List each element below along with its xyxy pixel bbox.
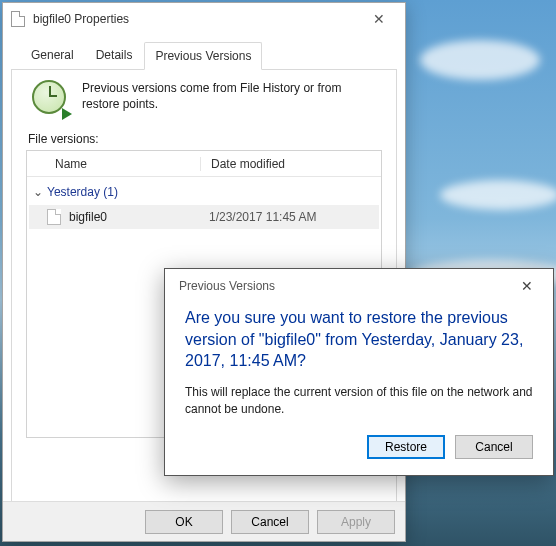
dialog-cancel-button[interactable]: Cancel bbox=[455, 435, 533, 459]
titlebar[interactable]: bigfile0 Properties ✕ bbox=[3, 3, 405, 35]
file-name: bigfile0 bbox=[69, 210, 209, 224]
apply-button: Apply bbox=[317, 510, 395, 534]
file-date: 1/23/2017 11:45 AM bbox=[209, 210, 316, 224]
file-versions-label: File versions: bbox=[28, 132, 382, 146]
confirm-restore-dialog: Previous Versions ✕ Are you sure you wan… bbox=[164, 268, 554, 476]
cloud-deco bbox=[420, 40, 540, 80]
history-icon bbox=[32, 80, 70, 118]
file-icon bbox=[47, 209, 61, 225]
dialog-sub-text: This will replace the current version of… bbox=[185, 384, 533, 418]
dialog-main-text: Are you sure you want to restore the pre… bbox=[185, 307, 533, 372]
group-label: Yesterday (1) bbox=[47, 185, 118, 199]
button-bar: OK Cancel Apply bbox=[3, 501, 405, 541]
tab-general[interactable]: General bbox=[21, 42, 84, 70]
window-title: bigfile0 Properties bbox=[33, 12, 357, 26]
tab-details[interactable]: Details bbox=[86, 42, 143, 70]
ok-button[interactable]: OK bbox=[145, 510, 223, 534]
dialog-title: Previous Versions bbox=[179, 279, 275, 293]
tab-previous-versions[interactable]: Previous Versions bbox=[144, 42, 262, 70]
close-icon[interactable]: ✕ bbox=[357, 5, 401, 33]
column-date-modified[interactable]: Date modified bbox=[201, 157, 381, 171]
column-name[interactable]: Name bbox=[45, 157, 201, 171]
cancel-button[interactable]: Cancel bbox=[231, 510, 309, 534]
cloud-deco bbox=[440, 180, 556, 210]
intro-text: Previous versions come from File History… bbox=[82, 80, 382, 112]
file-icon bbox=[11, 11, 25, 27]
list-item[interactable]: bigfile0 1/23/2017 11:45 AM bbox=[29, 205, 379, 229]
dialog-titlebar[interactable]: Previous Versions ✕ bbox=[165, 269, 553, 303]
restore-button[interactable]: Restore bbox=[367, 435, 445, 459]
close-icon[interactable]: ✕ bbox=[507, 273, 547, 299]
group-yesterday[interactable]: ⌄ Yesterday (1) bbox=[27, 177, 381, 203]
list-header: Name Date modified bbox=[27, 151, 381, 177]
chevron-down-icon: ⌄ bbox=[33, 185, 43, 199]
tab-strip: General Details Previous Versions bbox=[11, 35, 397, 70]
